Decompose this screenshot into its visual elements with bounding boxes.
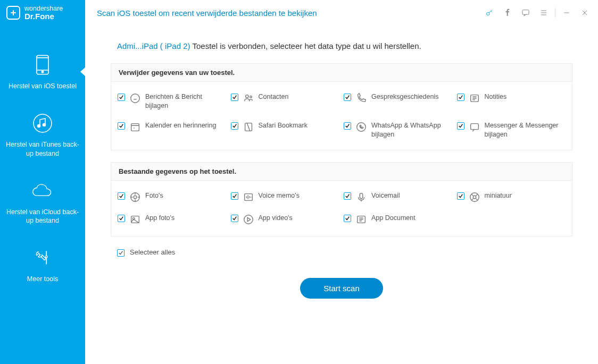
item-label: App Document (371, 214, 416, 223)
itunes-icon (31, 112, 54, 135)
checkbox-thumb[interactable] (457, 192, 464, 200)
logo: + wondershare Dr.Fone (0, 0, 85, 26)
bookmark-icon (243, 121, 254, 133)
panel-deleted: Verwijder gegevens van uw toestel. Beric… (111, 63, 572, 150)
svg-rect-1 (522, 10, 529, 15)
photos-icon (129, 191, 141, 203)
title-bar: + wondershare Dr.Fone Scan iOS toestel o… (0, 0, 598, 26)
brand-top: wondershare (24, 5, 63, 12)
svg-point-9 (245, 95, 248, 98)
sidebar-item-icloud[interactable]: Herstel van iCloud back-up bestand (0, 173, 85, 240)
cloud-icon (31, 179, 54, 202)
item-label: WhatsApp & WhatsApp bijlagen (371, 121, 453, 139)
device-name: Admi...iPad ( iPad 2) (117, 41, 190, 50)
close-button[interactable] (576, 4, 594, 21)
item-label: Berichten & Bericht bijlagen (145, 92, 227, 111)
phone-icon (31, 53, 54, 77)
svg-point-24 (244, 215, 253, 224)
start-scan-button[interactable]: Start scan (300, 278, 383, 299)
checkbox-appvideo[interactable] (231, 215, 238, 222)
item-label: Foto's (145, 191, 163, 200)
sidebar-item-label: Meer tools (27, 275, 58, 283)
svg-point-8 (131, 94, 140, 103)
content-area: Admi...iPad ( iPad 2) Toestel is verbond… (85, 26, 598, 364)
svg-rect-19 (360, 193, 363, 198)
svg-point-21 (473, 196, 476, 199)
voicemail-icon (355, 191, 367, 203)
brand-name: Dr.Fone (24, 12, 63, 21)
logo-plus-icon: + (6, 6, 20, 20)
panel-header: Bestaande gegevens op het toestel. (111, 163, 572, 181)
messenger-icon (469, 121, 480, 133)
sidebar-item-tools[interactable]: Meer tools (0, 240, 85, 298)
panel-existing: Bestaande gegevens op het toestel. Foto'… (111, 162, 572, 236)
checkbox-contacts[interactable] (231, 94, 238, 101)
item-label: Messenger & Messenger bijlagen (485, 121, 566, 139)
checkbox-safari[interactable] (231, 122, 238, 130)
checkbox-messages[interactable] (118, 94, 125, 101)
checkbox-appdoc[interactable] (344, 215, 351, 222)
checkbox-callhistory[interactable] (344, 94, 351, 101)
key-icon[interactable] (480, 4, 499, 21)
sidebar-item-label: Herstel van iCloud back-up bestand (4, 208, 81, 225)
window-title: Scan iOS toestel om recent verwijderde b… (85, 9, 480, 18)
checkbox-notes[interactable] (457, 94, 464, 101)
item-label: Voice memo's (259, 191, 300, 200)
item-label: Safari Bookmark (259, 121, 308, 130)
svg-point-7 (45, 256, 47, 258)
svg-rect-12 (131, 123, 139, 131)
checkbox-messenger[interactable] (457, 122, 464, 130)
checkbox-appphoto[interactable] (118, 215, 125, 222)
svg-rect-15 (470, 123, 478, 129)
svg-point-10 (250, 96, 252, 98)
svg-point-0 (487, 12, 489, 15)
svg-point-4 (34, 114, 52, 132)
appphoto-icon (129, 214, 141, 225)
whatsapp-icon (355, 121, 367, 133)
item-label: Kalender en herinnering (145, 121, 216, 130)
appdoc-icon (355, 214, 367, 225)
thumbnail-icon (469, 191, 480, 203)
phone-call-icon (355, 92, 367, 104)
select-all-label: Selecteer alles (130, 248, 175, 256)
voicememo-icon (243, 191, 254, 203)
svg-point-6 (43, 124, 46, 126)
tools-icon (31, 246, 54, 269)
contacts-icon (243, 92, 254, 104)
item-label: miniatuur (485, 191, 512, 200)
device-message: Toestel is verbonden, selecteer het data… (190, 41, 421, 50)
sidebar: Herstel van iOS toestel Herstel van iTun… (0, 26, 85, 364)
svg-point-20 (470, 192, 479, 201)
sidebar-item-ios[interactable]: Herstel van iOS toestel (0, 47, 85, 105)
title-controls (480, 4, 598, 21)
notes-icon (469, 92, 480, 104)
calendar-icon (129, 121, 141, 133)
select-all[interactable]: Selecteer alles (117, 248, 572, 257)
sidebar-item-itunes[interactable]: Herstel van iTunes back-up bestand (0, 105, 85, 173)
sidebar-item-label: Herstel van iTunes back-up bestand (4, 140, 81, 158)
item-label: App foto's (145, 214, 175, 223)
item-label: Gespreksgeschiedenis (371, 92, 438, 101)
item-label: Voicemail (371, 191, 400, 200)
checkbox-select-all[interactable] (117, 249, 124, 257)
checkbox-voicememo[interactable] (231, 192, 238, 200)
feedback-icon[interactable] (517, 4, 535, 21)
svg-point-5 (38, 125, 40, 128)
appvideo-icon (243, 214, 254, 225)
item-label: App video's (259, 214, 293, 223)
checkbox-photos[interactable] (118, 192, 125, 200)
facebook-icon[interactable] (499, 4, 517, 21)
item-label: Contacten (259, 92, 289, 101)
device-status: Admi...iPad ( iPad 2) Toestel is verbond… (117, 41, 572, 50)
checkbox-voicemail[interactable] (344, 192, 351, 200)
svg-point-3 (41, 71, 43, 73)
menu-icon[interactable] (535, 4, 553, 21)
svg-point-17 (134, 196, 137, 199)
checkbox-whatsapp[interactable] (344, 122, 351, 130)
checkbox-calendar[interactable] (118, 122, 125, 130)
minimize-button[interactable] (558, 4, 576, 21)
message-icon (129, 92, 141, 104)
panel-header: Verwijder gegevens van uw toestel. (111, 64, 572, 82)
sidebar-item-label: Herstel van iOS toestel (9, 82, 77, 90)
item-label: Notities (485, 92, 507, 101)
